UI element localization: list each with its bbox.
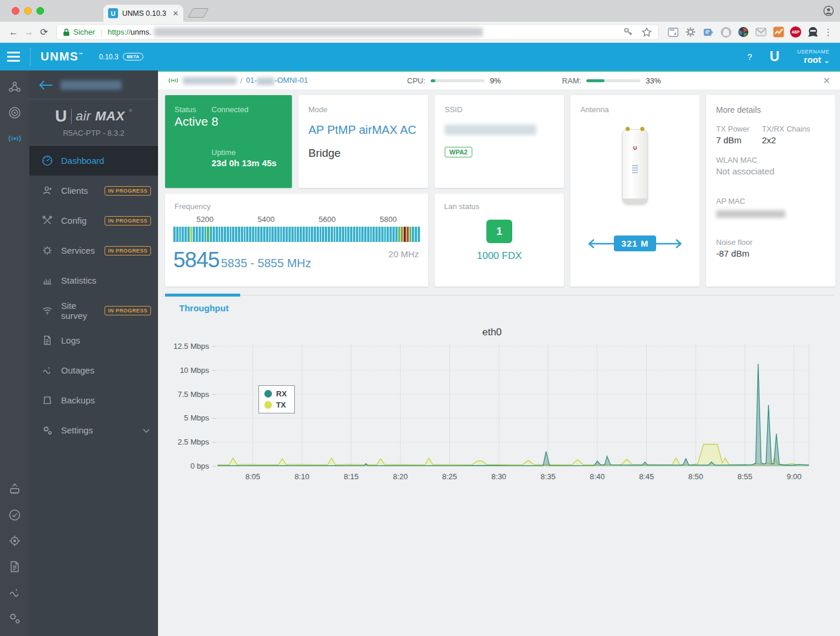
address-bar[interactable]: Sicher | https:// unms. bbox=[56, 24, 658, 40]
ext-tag-icon[interactable] bbox=[702, 26, 714, 38]
sidebar-item-statistics[interactable]: Statistics bbox=[29, 265, 158, 295]
svg-text:0 bps: 0 bps bbox=[190, 462, 209, 470]
sidebar-item-label: Settings bbox=[61, 425, 93, 435]
ext-disabled-icon[interactable] bbox=[720, 26, 732, 38]
lan-port-button[interactable]: 1 bbox=[486, 220, 512, 243]
close-window-button[interactable] bbox=[12, 7, 19, 15]
browser-menu-icon[interactable]: ⋮ bbox=[822, 27, 834, 38]
new-tab-button[interactable] bbox=[188, 8, 209, 18]
ext-ninja-icon[interactable] bbox=[807, 26, 819, 38]
close-device-panel-icon[interactable]: ✕ bbox=[823, 75, 831, 86]
sidebar-item-backups[interactable]: Backups bbox=[29, 385, 158, 415]
tab-throughput[interactable]: Throughput bbox=[179, 303, 229, 313]
clients-icon bbox=[42, 185, 53, 196]
outages-icon bbox=[42, 365, 53, 376]
sidebar-item-services[interactable]: Services IN PROGRESS bbox=[29, 235, 158, 265]
sidebar-item-site-survey[interactable]: Site survey IN PROGRESS bbox=[29, 295, 158, 325]
tasks-check-icon[interactable] bbox=[8, 508, 22, 524]
ext-lens-icon[interactable] bbox=[737, 26, 750, 38]
sidebar-item-outages[interactable]: Outages bbox=[29, 355, 158, 385]
more-details-label: More details bbox=[716, 105, 761, 115]
browser-profile-icon[interactable] bbox=[823, 5, 834, 19]
minimize-window-button[interactable] bbox=[24, 7, 32, 15]
sites-icon[interactable] bbox=[8, 80, 22, 96]
unms-favicon: U bbox=[108, 8, 118, 18]
forward-button[interactable]: → bbox=[21, 27, 36, 38]
lan-speed-value: 1000 FDX bbox=[435, 250, 564, 262]
ubiquiti-logo[interactable]: U bbox=[770, 49, 779, 65]
ext-window-icon[interactable] bbox=[667, 26, 679, 38]
username-label: USERNAME bbox=[797, 49, 829, 55]
services-gear-icon bbox=[42, 245, 53, 256]
browser-toolbar: ← → ⟳ Sicher | https:// unms. ABP ⋮ bbox=[0, 22, 840, 43]
sidebar-item-label: Statistics bbox=[61, 275, 96, 285]
ext-chart-icon[interactable] bbox=[772, 26, 785, 38]
site-survey-wifi-icon bbox=[42, 305, 53, 316]
chains-value: 2x2 bbox=[762, 135, 776, 145]
frequency-card: Frequency 5200 5400 5600 5800 5845 5835 … bbox=[165, 194, 428, 287]
ssid-label: SSID bbox=[445, 105, 462, 114]
ext-adblock-icon[interactable]: ABP bbox=[790, 26, 801, 38]
back-arrow-icon bbox=[39, 80, 53, 90]
ext-mail-icon[interactable] bbox=[755, 26, 767, 38]
sidebar-item-logs[interactable]: Logs bbox=[29, 325, 158, 355]
back-to-site[interactable] bbox=[29, 70, 158, 99]
tab-close-icon[interactable]: ✕ bbox=[173, 9, 179, 18]
fullscreen-window-button[interactable] bbox=[36, 7, 44, 15]
user-menu[interactable]: USERNAME root⌄ bbox=[797, 49, 829, 65]
mode-value-link[interactable]: AP PtMP airMAX AC bbox=[308, 123, 416, 137]
sidebar-item-dashboard[interactable]: Dashboard bbox=[29, 146, 158, 176]
redacted-site-name bbox=[61, 80, 122, 90]
bookmark-star-icon[interactable] bbox=[641, 27, 652, 38]
throughput-chart: eth0 8:058:108:158:208:258:308:358:408:4… bbox=[173, 327, 811, 490]
sidebar-item-settings[interactable]: Settings bbox=[29, 415, 158, 445]
back-button[interactable]: ← bbox=[6, 27, 21, 38]
outages-wave-icon[interactable] bbox=[8, 585, 22, 602]
settings-gears-icon[interactable] bbox=[8, 611, 22, 628]
legend-tx: TX bbox=[264, 401, 287, 409]
help-button[interactable]: ? bbox=[747, 52, 752, 62]
endpoints-icon[interactable] bbox=[8, 106, 22, 122]
sidebar-item-label: Services bbox=[61, 245, 95, 255]
lan-status-card: Lan status 1 1000 FDX bbox=[435, 194, 564, 287]
password-key-icon[interactable] bbox=[623, 27, 633, 37]
svg-text:8:55: 8:55 bbox=[737, 472, 752, 481]
frequency-label: Frequency bbox=[174, 202, 210, 211]
browser-tab[interactable]: U UNMS 0.10.3 ✕ bbox=[103, 5, 183, 22]
wireless-devices-icon[interactable] bbox=[8, 132, 22, 148]
frequency-value: 5845 bbox=[173, 248, 219, 272]
svg-text:12.5 Mbps: 12.5 Mbps bbox=[173, 342, 209, 351]
app-topbar: UNMS™ 0.10.3 BETA ? U USERNAME root⌄ bbox=[0, 43, 840, 70]
wlan-mac-value: Not associated bbox=[716, 166, 774, 176]
status-card: Status Active Connected 8 Uptime 23d 0h … bbox=[165, 95, 292, 188]
distance-value: 321 M bbox=[614, 235, 657, 251]
main-content: / 01--OMNI-01 CPU: 9% RAM: 33% ✕ Status … bbox=[158, 70, 840, 636]
redacted-device-id bbox=[257, 78, 274, 85]
redacted-url bbox=[154, 28, 483, 36]
sidebar-item-label: Clients bbox=[61, 186, 88, 196]
mode-sub-value: Bridge bbox=[308, 147, 341, 160]
reload-button[interactable]: ⟳ bbox=[36, 26, 52, 38]
svg-text:8:50: 8:50 bbox=[688, 472, 703, 481]
firmware-icon[interactable] bbox=[8, 482, 22, 499]
discover-icon[interactable] bbox=[8, 534, 22, 550]
user-caret-icon: ⌄ bbox=[824, 57, 829, 64]
sidebar-item-config[interactable]: Config IN PROGRESS bbox=[29, 206, 158, 235]
sidebar-item-clients[interactable]: Clients IN PROGRESS bbox=[29, 176, 158, 206]
logs-doc-icon[interactable] bbox=[8, 560, 22, 576]
window-controls[interactable] bbox=[12, 7, 44, 15]
ram-meter: RAM: 33% bbox=[562, 76, 661, 85]
username-value: root bbox=[804, 55, 821, 65]
device-name-link[interactable]: 01--OMNI-01 bbox=[246, 76, 308, 85]
more-details-card: More details TX Power 7 dBm TX/RX Chains… bbox=[706, 95, 835, 287]
extension-row: ABP bbox=[667, 26, 819, 38]
device-header: / 01--OMNI-01 CPU: 9% RAM: 33% ✕ bbox=[158, 70, 840, 89]
throughput-plot[interactable]: 8:058:108:158:208:258:308:358:408:458:50… bbox=[173, 342, 811, 487]
chevron-down-icon bbox=[142, 426, 151, 435]
frequency-spectrum-bar[interactable] bbox=[173, 227, 420, 242]
svg-text:2.5 Mbps: 2.5 Mbps bbox=[178, 438, 210, 446]
app-version: 0.10.3 bbox=[99, 53, 118, 61]
device-sidebar: U airMAX ® R5AC-PTP - 8.3.2 Dashboard Cl… bbox=[29, 70, 158, 636]
ext-gear-icon[interactable] bbox=[684, 26, 697, 38]
hamburger-menu-icon[interactable] bbox=[7, 52, 22, 62]
